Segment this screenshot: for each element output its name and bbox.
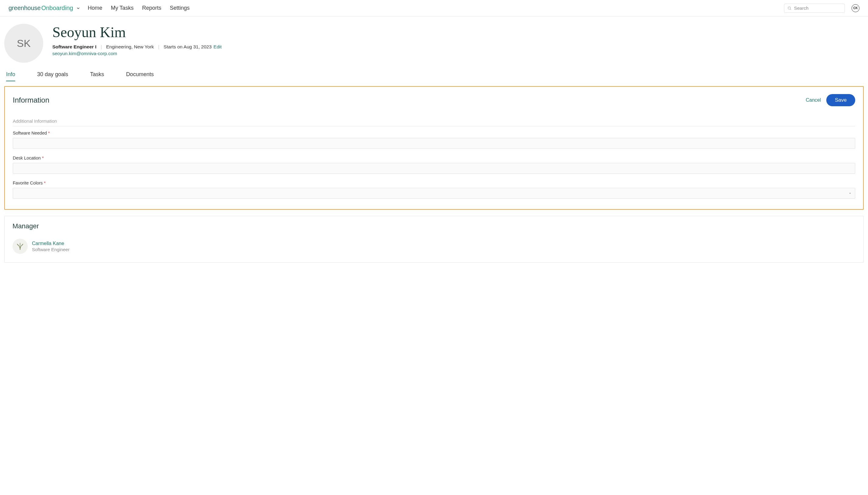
brand[interactable]: greenhouse Onboarding: [8, 4, 80, 12]
profile-header: SK Seoyun Kim Software Engineer I | Engi…: [0, 16, 868, 63]
tab-info[interactable]: Info: [6, 71, 15, 81]
field-label: Desk Location *: [13, 156, 855, 160]
department-location: Engineering, New York: [106, 44, 154, 50]
profile-info: Seoyun Kim Software Engineer I | Enginee…: [52, 24, 222, 56]
required-marker: *: [48, 131, 50, 135]
topbar: greenhouse Onboarding Home My Tasks Repo…: [0, 0, 868, 16]
field-label: Software Needed *: [13, 131, 855, 135]
start-date-wrap: Starts on Aug 31, 2023 Edit: [164, 44, 222, 50]
desk-location-input[interactable]: [13, 163, 855, 174]
profile-name: Seoyun Kim: [52, 24, 222, 40]
save-button[interactable]: Save: [826, 94, 855, 106]
start-date: Starts on Aug 31, 2023: [164, 44, 212, 49]
brand-greenhouse: greenhouse: [8, 4, 41, 12]
nav-home[interactable]: Home: [88, 5, 102, 11]
search-icon: [787, 6, 792, 10]
tab-documents[interactable]: Documents: [126, 71, 154, 81]
manager-name-link[interactable]: Carmella Kane: [32, 241, 69, 246]
separator: |: [101, 44, 102, 50]
tabs: Info 30 day goals Tasks Documents: [0, 63, 868, 81]
svg-point-0: [788, 7, 791, 9]
manager-text: Carmella Kane Software Engineer: [32, 241, 69, 252]
profile-email[interactable]: seoyun.kim@omniva-corp.com: [52, 51, 117, 56]
manager-panel: Manager Carmella Kane Software Engineer: [4, 216, 864, 263]
section-additional-information: Additional Information: [13, 118, 855, 126]
job-title: Software Engineer I: [52, 44, 97, 50]
label-text: Favorite Colors: [13, 181, 42, 185]
nav-reports[interactable]: Reports: [142, 5, 161, 11]
manager-row: Carmella Kane Software Engineer: [13, 239, 855, 254]
field-desk-location: Desk Location *: [13, 156, 855, 174]
brand-onboarding: Onboarding: [41, 4, 73, 12]
panel-title: Information: [13, 96, 49, 104]
required-marker: *: [44, 181, 46, 185]
field-software-needed: Software Needed *: [13, 131, 855, 149]
field-favorite-colors: Favorite Colors *: [13, 181, 855, 199]
required-marker: *: [42, 156, 44, 160]
label-text: Software Needed: [13, 131, 47, 135]
favorite-colors-select-wrap: [13, 188, 855, 199]
tab-tasks[interactable]: Tasks: [90, 71, 104, 81]
manager-role: Software Engineer: [32, 247, 69, 252]
nav-my-tasks[interactable]: My Tasks: [111, 5, 134, 11]
chevron-down-icon[interactable]: [76, 6, 80, 10]
separator: |: [158, 44, 159, 50]
avatar: SK: [4, 24, 43, 63]
plant-icon: [16, 242, 25, 251]
nav-settings[interactable]: Settings: [170, 5, 190, 11]
search-input[interactable]: [794, 5, 841, 11]
label-text: Desk Location: [13, 156, 41, 160]
information-panel: Information Cancel Save Additional Infor…: [4, 86, 864, 210]
search-box[interactable]: [784, 4, 845, 13]
profile-meta: Software Engineer I | Engineering, New Y…: [52, 44, 222, 50]
software-needed-input[interactable]: [13, 138, 855, 149]
field-label: Favorite Colors *: [13, 181, 855, 185]
favorite-colors-select[interactable]: [13, 188, 855, 199]
svg-line-1: [791, 9, 791, 10]
user-badge[interactable]: CK: [852, 4, 860, 12]
panel-actions: Cancel Save: [805, 94, 855, 106]
tab-30-day-goals[interactable]: 30 day goals: [37, 71, 68, 81]
edit-link[interactable]: Edit: [214, 44, 222, 49]
cancel-button[interactable]: Cancel: [805, 98, 821, 103]
nav-links: Home My Tasks Reports Settings: [88, 5, 190, 11]
panel-header: Information Cancel Save: [13, 94, 855, 106]
manager-avatar: [13, 239, 28, 254]
manager-title: Manager: [13, 222, 855, 230]
